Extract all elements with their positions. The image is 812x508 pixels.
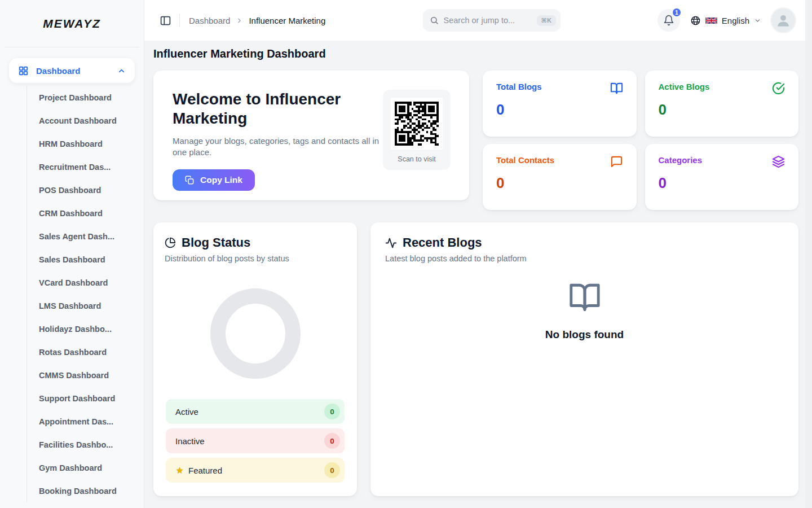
stat-card-total-blogs: Total Blogs 0 bbox=[483, 71, 637, 137]
sidebar-item-crm-dashboard[interactable]: CRM Dashboard bbox=[0, 202, 144, 225]
sidebar-toggle-button[interactable] bbox=[160, 15, 171, 27]
stat-label: Total Blogs bbox=[496, 82, 542, 91]
sidebar-header: MEWAYZ bbox=[5, 0, 139, 47]
sidebar-item-sales-agent-dashboard[interactable]: Sales Agent Dash... bbox=[0, 225, 144, 248]
stat-value: 0 bbox=[659, 101, 785, 119]
sidebar-item-facilities-dashboard[interactable]: Facilities Dashbo... bbox=[0, 433, 144, 456]
grid-icon bbox=[18, 65, 29, 76]
blog-status-subtitle: Distribution of blog posts by status bbox=[165, 254, 346, 263]
recent-blogs-subtitle: Latest blog posts added to the platform bbox=[385, 254, 784, 263]
layers-icon bbox=[772, 155, 785, 168]
page-title: Influencer Marketing Dashboard bbox=[153, 47, 798, 60]
status-label: Active bbox=[175, 407, 198, 417]
status-label: Inactive bbox=[175, 436, 205, 446]
stats-grid: Total Blogs 0 Active Blogs bbox=[483, 71, 798, 210]
notification-count-badge: 1 bbox=[672, 7, 682, 17]
sidebar-item-recruitment-dashboard[interactable]: Recruitment Das... bbox=[0, 155, 144, 178]
welcome-title: Welcome to Influencer Marketing bbox=[173, 90, 367, 128]
blog-status-card: Blog Status Distribution of blog posts b… bbox=[153, 222, 357, 496]
stat-card-total-contacts: Total Contacts 0 bbox=[483, 144, 637, 210]
stat-card-categories: Categories 0 bbox=[645, 144, 799, 210]
status-row-featured: Featured 0 bbox=[166, 458, 345, 483]
sidebar-item-holidayz-dashboard[interactable]: Holidayz Dashbo... bbox=[0, 317, 144, 340]
qr-panel: Scan to visit bbox=[383, 90, 451, 170]
sidebar-item-vcard-dashboard[interactable]: VCard Dashboard bbox=[0, 271, 144, 294]
star-icon bbox=[175, 466, 184, 475]
qr-caption: Scan to visit bbox=[391, 155, 443, 163]
check-circle-icon bbox=[772, 82, 785, 95]
sidebar-item-booking-dashboard[interactable]: Booking Dashboard bbox=[0, 479, 144, 502]
blog-status-title: Blog Status bbox=[182, 235, 250, 250]
sidebar-item-project-dashboard[interactable]: Project Dashboard bbox=[0, 86, 144, 109]
sidebar-item-lms-dashboard[interactable]: LMS Dashboard bbox=[0, 294, 144, 317]
stat-label: Categories bbox=[659, 155, 703, 165]
sidebar: MEWAYZ Dashboard Project Dashboard Accou… bbox=[0, 0, 144, 508]
status-count-badge: 0 bbox=[324, 462, 340, 478]
sidebar-item-cmms-dashboard[interactable]: CMMS Dashboard bbox=[0, 364, 144, 387]
stat-label: Active Blogs bbox=[659, 82, 710, 91]
sidebar-item-sales-dashboard[interactable]: Sales Dashboard bbox=[0, 248, 144, 271]
top-header: Dashboard Influencer Marketing Search or… bbox=[144, 0, 812, 41]
copy-icon bbox=[185, 176, 194, 185]
sidebar-item-gym-dashboard[interactable]: Gym Dashboard bbox=[0, 456, 144, 479]
stat-card-active-blogs: Active Blogs 0 bbox=[645, 71, 799, 137]
welcome-card: Welcome to Influencer Marketing Manage y… bbox=[153, 71, 469, 200]
breadcrumb-current: Influencer Marketing bbox=[249, 16, 325, 25]
sidebar-menu: Project Dashboard Account Dashboard HRM … bbox=[0, 86, 144, 508]
sidebar-item-pos-dashboard[interactable]: POS Dashboard bbox=[0, 178, 144, 202]
bell-icon bbox=[663, 15, 674, 26]
sidebar-item-rotas-dashboard[interactable]: Rotas Dashboard bbox=[0, 340, 144, 364]
search-shortcut-badge: ⌘K bbox=[537, 15, 555, 26]
book-open-icon bbox=[568, 281, 601, 314]
language-selector[interactable]: English bbox=[690, 15, 761, 26]
copy-link-label: Copy Link bbox=[200, 175, 242, 185]
logo: MEWAYZ bbox=[43, 17, 101, 30]
stat-label: Total Contacts bbox=[496, 155, 554, 165]
globe-icon bbox=[690, 15, 701, 26]
status-count-badge: 0 bbox=[324, 433, 340, 449]
status-row-active: Active 0 bbox=[166, 399, 345, 424]
empty-state: No blogs found bbox=[385, 281, 784, 341]
recent-blogs-card: Recent Blogs Latest blog posts added to … bbox=[370, 222, 798, 496]
stat-value: 0 bbox=[496, 101, 623, 119]
sidebar-group-dashboard[interactable]: Dashboard bbox=[9, 58, 135, 83]
chevron-up-icon bbox=[117, 67, 126, 75]
message-square-icon bbox=[610, 155, 623, 168]
status-donut-chart bbox=[210, 288, 301, 379]
sidebar-item-appointment-dashboard[interactable]: Appointment Das... bbox=[0, 410, 144, 433]
recent-blogs-title: Recent Blogs bbox=[403, 235, 482, 250]
avatar[interactable] bbox=[771, 8, 795, 32]
sidebar-item-hrm-dashboard[interactable]: HRM Dashboard bbox=[0, 132, 144, 155]
breadcrumb-dashboard[interactable]: Dashboard bbox=[189, 16, 230, 25]
search-input[interactable]: Search or jump to... ⌘K bbox=[423, 9, 561, 32]
status-label: Featured bbox=[188, 466, 222, 475]
empty-message: No blogs found bbox=[545, 329, 624, 341]
status-row-inactive: Inactive 0 bbox=[166, 428, 345, 453]
copy-link-button[interactable]: Copy Link bbox=[173, 169, 255, 191]
qr-code-image bbox=[391, 98, 443, 150]
page-content: Influencer Marketing Dashboard Welcome t… bbox=[144, 41, 812, 508]
main-area: Dashboard Influencer Marketing Search or… bbox=[144, 0, 812, 508]
stat-value: 0 bbox=[496, 174, 623, 192]
header-divider bbox=[179, 14, 180, 27]
search-placeholder: Search or jump to... bbox=[444, 16, 537, 25]
page-scrollbar[interactable] bbox=[805, 0, 812, 508]
uk-flag-icon bbox=[705, 16, 717, 25]
qr-code bbox=[395, 102, 439, 146]
breadcrumb: Dashboard Influencer Marketing bbox=[189, 16, 325, 25]
sidebar-item-account-dashboard[interactable]: Account Dashboard bbox=[0, 109, 144, 132]
sidebar-item-support-dashboard[interactable]: Support Dashboard bbox=[0, 387, 144, 410]
chevron-down-icon bbox=[754, 17, 761, 24]
book-open-icon bbox=[610, 82, 623, 95]
stat-value: 0 bbox=[659, 174, 785, 192]
search-icon bbox=[430, 16, 439, 25]
welcome-subtitle: Manage your blogs, categories, tags and … bbox=[173, 135, 380, 159]
pie-chart-icon bbox=[165, 237, 176, 248]
status-list: Active 0 Inactive 0 Featured bbox=[165, 399, 346, 483]
activity-icon bbox=[385, 237, 397, 249]
chevron-right-icon bbox=[236, 17, 243, 24]
sidebar-group-label: Dashboard bbox=[36, 66, 80, 76]
person-icon bbox=[775, 12, 792, 29]
status-count-badge: 0 bbox=[324, 404, 340, 419]
notifications-button[interactable]: 1 bbox=[657, 9, 680, 32]
